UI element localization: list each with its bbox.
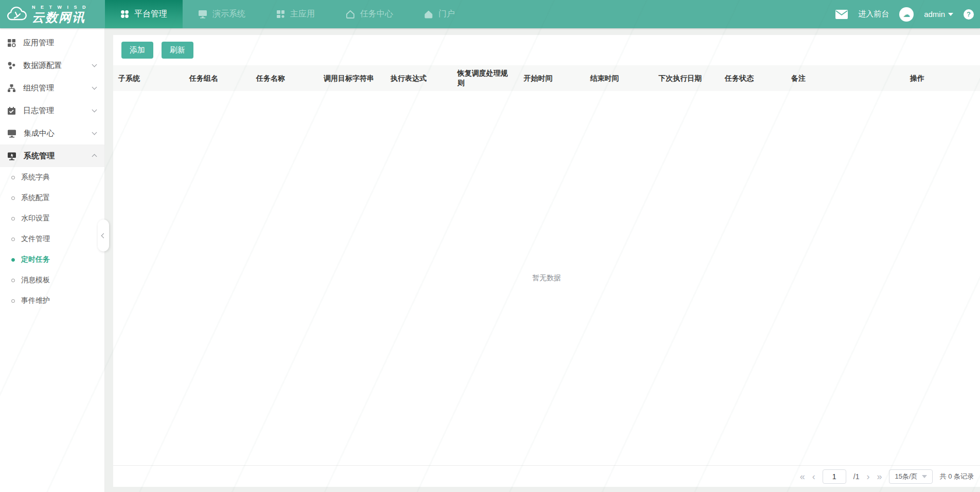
bullet-icon [11, 299, 15, 303]
sidebar-subitem-event-maintenance[interactable]: 事件维护 [0, 290, 104, 311]
sidebar-item-datasource-config[interactable]: 数据源配置 [0, 54, 104, 77]
th-task-name: 任务名称 [251, 70, 318, 86]
tab-label: 主应用 [290, 9, 315, 20]
sidebar-item-label: 数据源配置 [23, 61, 85, 70]
current-page-input[interactable]: 1 [823, 469, 846, 484]
add-button[interactable]: 添加 [121, 42, 153, 59]
last-page-button[interactable]: » [877, 472, 882, 481]
th-subsystem: 子系统 [113, 70, 184, 86]
bullet-icon [11, 217, 15, 221]
sidebar-item-app-management[interactable]: 应用管理 [0, 31, 104, 54]
tab-label: 平台管理 [134, 9, 167, 20]
table-header-row: 子系统 任务组名 任务名称 调用目标字符串 执行表达式 恢复调度处理规则 开始时… [113, 65, 980, 91]
sidebar-subitem-label: 事件维护 [21, 296, 50, 305]
th-end-time: 结束时间 [585, 70, 653, 86]
sidebar-subitem-label: 水印设置 [21, 214, 50, 223]
org-chart-icon [7, 84, 16, 93]
next-page-button[interactable]: › [866, 472, 869, 481]
bullet-icon [11, 238, 15, 241]
help-icon[interactable]: ? [964, 9, 974, 20]
prev-page-button[interactable]: ‹ [812, 472, 815, 481]
sidebar-subitem-watermark-settings[interactable]: 水印设置 [0, 208, 104, 229]
scheduled-tasks-panel: 添加 刷新 子系统 任务组名 任务名称 调用目标字符串 执行表达式 恢复调度处理… [113, 35, 980, 487]
total-records-label: 共 0 条记录 [940, 472, 974, 481]
th-operation: 操作 [905, 70, 980, 86]
user-avatar[interactable]: ☁ [899, 7, 914, 22]
tab-platform-management[interactable]: 平台管理 [105, 0, 183, 28]
sidebar-item-system-management[interactable]: 系统管理 [0, 144, 104, 167]
th-next-exec-date: 下次执行日期 [653, 70, 720, 86]
tab-portal[interactable]: 门户 [408, 0, 470, 28]
system-management-submenu: 系统字典 系统配置 水印设置 文件管理 定时任务 消息模板 事件维护 [0, 167, 104, 311]
sidebar-subitem-scheduled-tasks[interactable]: 定时任务 [0, 249, 104, 270]
tab-label: 门户 [438, 9, 455, 20]
tab-task-center[interactable]: 任务中心 [330, 0, 408, 28]
chevron-down-icon [92, 62, 97, 67]
bullet-icon [11, 279, 15, 282]
monitor-icon [198, 10, 207, 19]
chevron-down-icon [92, 107, 97, 113]
chevron-left-icon [101, 233, 106, 238]
sidebar-item-integration-center[interactable]: 集成中心 [0, 122, 104, 144]
sidebar-subitem-label: 文件管理 [21, 234, 50, 244]
system-management-icon [7, 152, 16, 160]
chevron-down-icon [92, 130, 97, 135]
bullet-icon [11, 258, 15, 262]
th-remark: 备注 [786, 70, 905, 86]
bullet-icon [11, 196, 15, 200]
first-page-button[interactable]: « [800, 472, 805, 481]
sidebar-item-label: 系统管理 [24, 151, 85, 161]
home-filled-icon [424, 10, 433, 19]
datasource-icon [7, 61, 16, 70]
mail-icon[interactable] [835, 10, 848, 19]
tab-main-app[interactable]: 主应用 [261, 0, 330, 28]
th-start-time: 开始时间 [519, 70, 585, 86]
sidebar-item-label: 组织管理 [23, 83, 85, 93]
sidebar-item-org-management[interactable]: 组织管理 [0, 77, 104, 99]
sidebar-subitem-file-management[interactable]: 文件管理 [0, 229, 104, 249]
top-header-bar: N E T W I S D 云数网讯 平台管理 演示系统 [0, 0, 980, 28]
home-outline-icon [346, 10, 355, 19]
brand-name: N E T W I S D 云数网讯 [32, 5, 88, 24]
sidebar-item-label: 应用管理 [23, 38, 96, 48]
enter-frontend-link[interactable]: 进入前台 [858, 9, 889, 19]
integration-monitor-icon [7, 129, 16, 138]
empty-text: 暂无数据 [532, 274, 561, 283]
sidebar-subitem-label: 消息模板 [21, 276, 50, 285]
sidebar-subitem-label: 定时任务 [21, 255, 50, 264]
bullet-icon [11, 176, 15, 179]
table-toolbar: 添加 刷新 [113, 35, 980, 65]
page-size-value: 15条/页 [895, 472, 917, 481]
th-misfire-policy: 恢复调度处理规则 [452, 65, 519, 91]
sidebar-collapse-handle[interactable] [98, 220, 109, 251]
username-label: admin [924, 10, 945, 19]
app-management-icon [7, 39, 16, 47]
calendar-log-icon [7, 106, 16, 115]
chevron-down-icon [92, 85, 97, 90]
th-task-status: 任务状态 [720, 70, 786, 86]
brand-logo: N E T W I S D 云数网讯 [0, 0, 105, 28]
sidebar-subitem-system-config[interactable]: 系统配置 [0, 188, 104, 208]
chevron-down-icon [922, 475, 927, 478]
main-content: 添加 刷新 子系统 任务组名 任务名称 调用目标字符串 执行表达式 恢复调度处理… [105, 28, 980, 492]
cloud-logo-icon [5, 5, 28, 24]
sidebar-item-label: 日志管理 [23, 106, 85, 116]
page-size-select[interactable]: 15条/页 [889, 469, 932, 484]
sidebar-nav: 应用管理 数据源配置 组织管理 日志管理 [0, 28, 105, 492]
sidebar-subitem-label: 系统字典 [21, 173, 50, 182]
pagination-bar: « ‹ 1 /1 › » 15条/页 共 0 条记录 [113, 465, 980, 487]
sidebar-item-label: 集成中心 [24, 129, 85, 138]
sidebar-subitem-system-dictionary[interactable]: 系统字典 [0, 167, 104, 188]
sidebar-subitem-label: 系统配置 [21, 193, 50, 203]
total-pages-label: /1 [853, 472, 860, 481]
table-empty-state: 暂无数据 [113, 91, 980, 465]
brand-name-en: N E T W I S D [32, 5, 88, 10]
sidebar-subitem-message-template[interactable]: 消息模板 [0, 270, 104, 290]
sidebar-item-log-management[interactable]: 日志管理 [0, 99, 104, 122]
user-menu[interactable]: admin [924, 10, 953, 19]
tab-label: 任务中心 [360, 9, 393, 20]
tab-demo-system[interactable]: 演示系统 [183, 0, 261, 28]
refresh-button[interactable]: 刷新 [162, 42, 193, 59]
tab-label: 演示系统 [212, 9, 245, 20]
th-cron-expression: 执行表达式 [385, 70, 452, 86]
